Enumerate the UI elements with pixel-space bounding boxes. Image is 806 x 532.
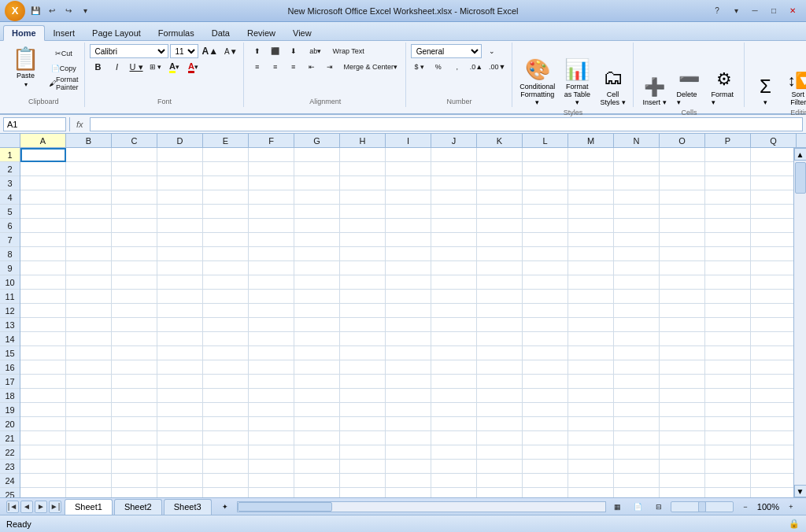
- cell-C11[interactable]: [112, 290, 157, 304]
- cell-I18[interactable]: [386, 389, 431, 403]
- cell-O19[interactable]: [660, 403, 705, 417]
- cell-F13[interactable]: [249, 318, 294, 332]
- cell-C25[interactable]: [112, 488, 157, 497]
- cell-K8[interactable]: [477, 247, 523, 261]
- scroll-thumb-h[interactable]: [238, 502, 332, 512]
- cell-N13[interactable]: [614, 318, 660, 332]
- cell-K11[interactable]: [477, 290, 523, 304]
- cell-I11[interactable]: [386, 290, 431, 304]
- cell-Q23[interactable]: [751, 460, 793, 474]
- cell-P5[interactable]: [705, 205, 751, 219]
- cell-B3[interactable]: [66, 176, 112, 190]
- tab-review[interactable]: Review: [238, 25, 284, 40]
- cell-J17[interactable]: [431, 375, 477, 389]
- cell-K25[interactable]: [477, 488, 523, 497]
- cell-M3[interactable]: [568, 176, 614, 190]
- cell-I5[interactable]: [386, 205, 431, 219]
- cell-E24[interactable]: [203, 474, 249, 488]
- number-format-select[interactable]: General Number Currency Accounting Short…: [411, 44, 482, 58]
- cell-G7[interactable]: [294, 233, 340, 247]
- row-num-4[interactable]: 4: [0, 190, 20, 205]
- cell-O23[interactable]: [660, 460, 705, 474]
- cell-N25[interactable]: [614, 488, 660, 497]
- cell-J23[interactable]: [431, 460, 477, 474]
- cell-F21[interactable]: [249, 431, 294, 445]
- cell-P23[interactable]: [705, 460, 751, 474]
- cell-B25[interactable]: [66, 488, 112, 497]
- cell-B14[interactable]: [66, 332, 112, 346]
- tab-insert[interactable]: Insert: [45, 25, 84, 40]
- row-num-5[interactable]: 5: [0, 205, 20, 219]
- row-num-3[interactable]: 3: [0, 176, 20, 190]
- cell-P18[interactable]: [705, 389, 751, 403]
- font-size-select[interactable]: 11 8910 121416: [170, 44, 198, 58]
- cell-D12[interactable]: [157, 304, 203, 318]
- cell-M14[interactable]: [568, 332, 614, 346]
- cell-I12[interactable]: [386, 304, 431, 318]
- cell-J10[interactable]: [431, 275, 477, 290]
- cell-I2[interactable]: [386, 162, 431, 176]
- cell-P11[interactable]: [705, 290, 751, 304]
- cell-Q21[interactable]: [751, 431, 793, 445]
- cell-C12[interactable]: [112, 304, 157, 318]
- row-num-9[interactable]: 9: [0, 261, 20, 275]
- cell-D1[interactable]: [157, 148, 203, 162]
- cell-N24[interactable]: [614, 474, 660, 488]
- scroll-up-button[interactable]: ▲: [794, 148, 807, 161]
- col-header-J[interactable]: J: [431, 134, 477, 148]
- cut-button[interactable]: ✂ Cut: [46, 46, 81, 61]
- cell-I4[interactable]: [386, 190, 431, 205]
- cell-B17[interactable]: [66, 375, 112, 389]
- cell-B13[interactable]: [66, 318, 112, 332]
- cell-M6[interactable]: [568, 219, 614, 233]
- cell-H20[interactable]: [340, 417, 386, 431]
- cell-Q5[interactable]: [751, 205, 793, 219]
- cell-O9[interactable]: [660, 261, 705, 275]
- cell-B11[interactable]: [66, 290, 112, 304]
- cell-M23[interactable]: [568, 460, 614, 474]
- cell-L13[interactable]: [523, 318, 568, 332]
- cell-D13[interactable]: [157, 318, 203, 332]
- cell-K20[interactable]: [477, 417, 523, 431]
- copy-button[interactable]: 📄 Copy: [46, 61, 81, 76]
- col-header-H[interactable]: H: [340, 134, 386, 148]
- cell-O4[interactable]: [660, 190, 705, 205]
- cell-P20[interactable]: [705, 417, 751, 431]
- cell-Q16[interactable]: [751, 360, 793, 375]
- cell-A5[interactable]: [20, 205, 66, 219]
- cell-C8[interactable]: [112, 247, 157, 261]
- col-header-L[interactable]: L: [523, 134, 568, 148]
- cell-L9[interactable]: [523, 261, 568, 275]
- cell-H21[interactable]: [340, 431, 386, 445]
- cell-O2[interactable]: [660, 162, 705, 176]
- cell-L22[interactable]: [523, 445, 568, 460]
- decrease-indent-button[interactable]: ⇤: [303, 60, 320, 74]
- cell-K16[interactable]: [477, 360, 523, 375]
- cell-A22[interactable]: [20, 445, 66, 460]
- cell-L7[interactable]: [523, 233, 568, 247]
- cell-F22[interactable]: [249, 445, 294, 460]
- cell-E18[interactable]: [203, 389, 249, 403]
- cell-Q17[interactable]: [751, 375, 793, 389]
- cell-N19[interactable]: [614, 403, 660, 417]
- increase-indent-button[interactable]: ⇥: [321, 60, 338, 74]
- cell-L1[interactable]: [523, 148, 568, 162]
- cell-D2[interactable]: [157, 162, 203, 176]
- row-num-17[interactable]: 17: [0, 375, 20, 389]
- cell-I24[interactable]: [386, 474, 431, 488]
- cell-P25[interactable]: [705, 488, 751, 497]
- cell-P15[interactable]: [705, 346, 751, 360]
- cell-D5[interactable]: [157, 205, 203, 219]
- cell-M2[interactable]: [568, 162, 614, 176]
- cell-H5[interactable]: [340, 205, 386, 219]
- cell-E12[interactable]: [203, 304, 249, 318]
- cell-H3[interactable]: [340, 176, 386, 190]
- cell-G23[interactable]: [294, 460, 340, 474]
- cell-L10[interactable]: [523, 275, 568, 290]
- cell-I14[interactable]: [386, 332, 431, 346]
- cell-L2[interactable]: [523, 162, 568, 176]
- cell-N22[interactable]: [614, 445, 660, 460]
- cell-C7[interactable]: [112, 233, 157, 247]
- cell-F3[interactable]: [249, 176, 294, 190]
- cell-Q19[interactable]: [751, 403, 793, 417]
